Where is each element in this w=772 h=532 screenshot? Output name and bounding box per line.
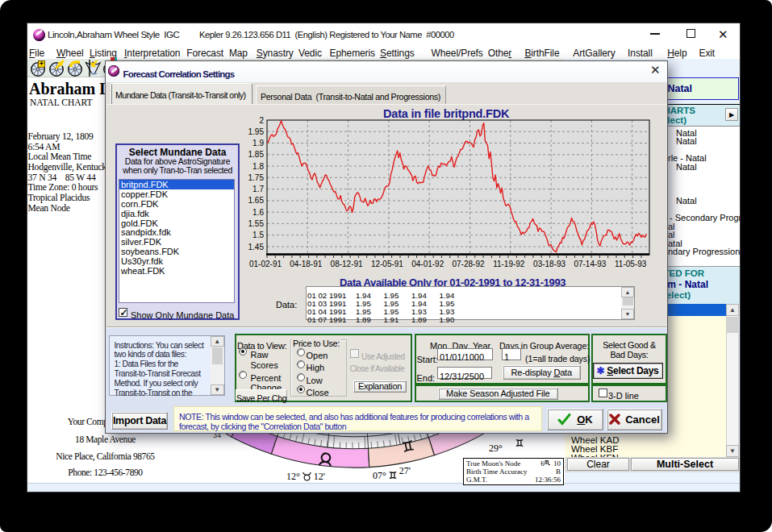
svg-text:1.6: 1.6 bbox=[252, 208, 264, 217]
svg-text:12-05-91: 12-05-91 bbox=[371, 260, 403, 268]
svg-text:1.5: 1.5 bbox=[252, 231, 264, 239]
svg-text:04-01-92: 04-01-92 bbox=[411, 260, 444, 268]
svg-text:1.9: 1.9 bbox=[252, 139, 264, 148]
svg-text:1.95: 1.95 bbox=[248, 127, 265, 136]
svg-text:1.8: 1.8 bbox=[252, 162, 264, 171]
svg-text:11-05-93: 11-05-93 bbox=[615, 260, 647, 268]
svg-text:03-18-93: 03-18-93 bbox=[533, 260, 565, 268]
svg-text:1.55: 1.55 bbox=[248, 219, 265, 228]
svg-text:04-18-91: 04-18-91 bbox=[290, 260, 322, 268]
svg-text:1.45: 1.45 bbox=[248, 243, 265, 251]
svg-text:1.65: 1.65 bbox=[248, 196, 265, 205]
svg-text:1.85: 1.85 bbox=[248, 150, 265, 159]
svg-text:07-28-92: 07-28-92 bbox=[452, 260, 484, 268]
svg-text:1.7: 1.7 bbox=[252, 185, 264, 193]
svg-text:08-12-91: 08-12-91 bbox=[331, 260, 363, 268]
svg-text:07-14-93: 07-14-93 bbox=[574, 260, 606, 268]
svg-text:1.75: 1.75 bbox=[248, 173, 265, 182]
svg-text:11-19-92: 11-19-92 bbox=[493, 260, 525, 268]
svg-text:01-02-91: 01-02-91 bbox=[249, 260, 282, 268]
svg-text:2: 2 bbox=[259, 116, 264, 125]
